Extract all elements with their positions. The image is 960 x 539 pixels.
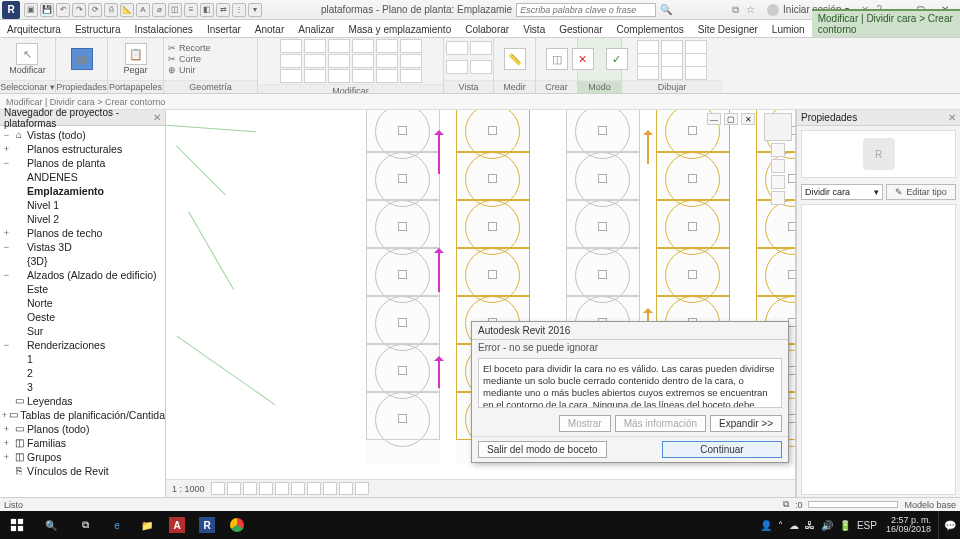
qat-redo-icon[interactable]: ↷ bbox=[72, 3, 86, 17]
project-browser-header[interactable]: Navegador de proyectos - plataformas ✕ bbox=[0, 110, 165, 126]
tab-gestionar[interactable]: Gestionar bbox=[552, 21, 609, 37]
taskbar-autocad[interactable]: A bbox=[162, 511, 192, 539]
modify-tool-14[interactable] bbox=[376, 54, 398, 68]
elevation-marker[interactable] bbox=[438, 250, 440, 292]
modify-tool-5[interactable] bbox=[304, 54, 326, 68]
modify-tool-11[interactable] bbox=[352, 54, 374, 68]
tree-twisty[interactable]: − bbox=[2, 338, 11, 352]
app-logo[interactable]: R bbox=[2, 1, 20, 19]
tab-estructura[interactable]: Estructura bbox=[68, 21, 128, 37]
tab-insertar[interactable]: Insertar bbox=[200, 21, 248, 37]
view-tool-1[interactable] bbox=[446, 41, 468, 55]
dialog-continue-button[interactable]: Continuar bbox=[662, 441, 782, 458]
modify-tool-10[interactable] bbox=[352, 39, 374, 53]
taskbar-revit[interactable]: R bbox=[192, 511, 222, 539]
elevation-marker[interactable] bbox=[438, 358, 440, 388]
qat-dropdown-icon[interactable]: ▾ bbox=[248, 3, 262, 17]
modify-tool-15[interactable] bbox=[376, 69, 398, 83]
tree-node[interactable]: Nivel 2 bbox=[0, 212, 165, 226]
tree-node[interactable]: −Planos de planta bbox=[0, 156, 165, 170]
view-min-icon[interactable]: — bbox=[707, 113, 721, 125]
nav-pan-icon[interactable] bbox=[771, 175, 785, 189]
tree-node[interactable]: {3D} bbox=[0, 254, 165, 268]
draw-circle[interactable] bbox=[661, 40, 683, 54]
modify-tool-12[interactable] bbox=[352, 69, 374, 83]
search-button[interactable]: 🔍 bbox=[34, 511, 68, 539]
draw-pick[interactable] bbox=[685, 53, 707, 67]
subscription-icon[interactable]: ⧉ bbox=[729, 4, 742, 16]
tab-anotar[interactable]: Anotar bbox=[248, 21, 291, 37]
tree-twisty[interactable]: − bbox=[2, 268, 11, 282]
tree-node[interactable]: ANDENES bbox=[0, 170, 165, 184]
qat-text-icon[interactable]: A bbox=[136, 3, 150, 17]
taskbar-explorer[interactable]: 📁 bbox=[132, 511, 162, 539]
modify-tool-17[interactable] bbox=[400, 54, 422, 68]
tab-lumion[interactable]: Lumion bbox=[765, 21, 812, 37]
tree-node[interactable]: 1 bbox=[0, 352, 165, 366]
qat-close-hidden-icon[interactable]: ◧ bbox=[200, 3, 214, 17]
tab-arquitectura[interactable]: Arquitectura bbox=[0, 21, 68, 37]
workset-icon[interactable]: ⧉ bbox=[783, 499, 789, 510]
detail-level-icon[interactable] bbox=[211, 482, 225, 495]
favorite-icon[interactable]: ☆ bbox=[743, 4, 758, 15]
shadows-icon[interactable] bbox=[259, 482, 273, 495]
draw-poly[interactable] bbox=[637, 66, 659, 80]
visual-style-icon[interactable] bbox=[227, 482, 241, 495]
cut-label[interactable]: Corte bbox=[179, 54, 201, 64]
tree-twisty[interactable]: + bbox=[2, 142, 11, 156]
tab-complementos[interactable]: Complementos bbox=[610, 21, 691, 37]
tree-twisty[interactable]: − bbox=[2, 156, 11, 170]
tree-node[interactable]: Este bbox=[0, 282, 165, 296]
rendering-icon[interactable] bbox=[275, 482, 289, 495]
modify-tool-9[interactable] bbox=[328, 69, 350, 83]
qat-section-icon[interactable]: ⌀ bbox=[152, 3, 166, 17]
main-model-label[interactable]: Modelo base bbox=[904, 500, 956, 510]
dialog-expand-button[interactable]: Expandir >> bbox=[710, 415, 782, 432]
crop-view-icon[interactable] bbox=[291, 482, 305, 495]
qat-thinlines-icon[interactable]: ≡ bbox=[184, 3, 198, 17]
modify-tool-3[interactable] bbox=[280, 69, 302, 83]
tree-node[interactable]: −Vistas 3D bbox=[0, 240, 165, 254]
temp-hide-icon[interactable] bbox=[339, 482, 353, 495]
tree-twisty[interactable]: − bbox=[2, 128, 11, 142]
taskbar-clock[interactable]: 2:57 p. m. 16/09/2018 bbox=[883, 516, 934, 534]
help-search-input[interactable] bbox=[516, 3, 656, 17]
modify-tool-18[interactable] bbox=[400, 69, 422, 83]
draw-spline[interactable] bbox=[661, 66, 683, 80]
qat-sync-icon[interactable]: ⟳ bbox=[88, 3, 102, 17]
tree-node[interactable]: ▭Leyendas bbox=[0, 394, 165, 408]
tray-up-icon[interactable]: ˄ bbox=[778, 520, 783, 531]
tray-volume-icon[interactable]: 🔊 bbox=[821, 520, 833, 531]
tree-twisty[interactable]: + bbox=[2, 450, 11, 464]
draw-rect[interactable] bbox=[637, 53, 659, 67]
view-scale[interactable]: 1 : 1000 bbox=[172, 484, 205, 494]
draw-ellipse[interactable] bbox=[685, 40, 707, 54]
qat-print-icon[interactable]: ⎙ bbox=[104, 3, 118, 17]
type-selector[interactable]: Dividir cara▾ bbox=[801, 184, 883, 200]
view-close-icon[interactable]: ✕ bbox=[741, 113, 755, 125]
view-tool-4[interactable] bbox=[470, 60, 492, 74]
tree-twisty[interactable]: + bbox=[2, 226, 11, 240]
tree-node[interactable]: +▭Planos (todo) bbox=[0, 422, 165, 436]
tab-instalaciones[interactable]: Instalaciones bbox=[128, 21, 200, 37]
tree-node[interactable]: Norte bbox=[0, 296, 165, 310]
tree-node[interactable]: Nivel 1 bbox=[0, 198, 165, 212]
join-icon[interactable]: ⊕ bbox=[168, 65, 176, 75]
elevation-marker[interactable] bbox=[647, 132, 649, 164]
tree-node[interactable]: −Renderizaciones bbox=[0, 338, 165, 352]
modify-tool-6[interactable] bbox=[304, 69, 326, 83]
modify-tool-button[interactable]: ↖Modificar bbox=[6, 43, 49, 75]
tray-network-icon[interactable]: 🖧 bbox=[805, 520, 815, 531]
unhide-icon[interactable] bbox=[323, 482, 337, 495]
tab-site-designer[interactable]: Site Designer bbox=[691, 21, 765, 37]
qat-open-icon[interactable]: ▣ bbox=[24, 3, 38, 17]
tree-node[interactable]: +▭Tablas de planificación/Cantidades bbox=[0, 408, 165, 422]
tree-node[interactable]: 2 bbox=[0, 366, 165, 380]
nav-zoom-icon[interactable] bbox=[771, 191, 785, 205]
properties-button[interactable]: ▦ bbox=[66, 48, 98, 70]
tab-analizar[interactable]: Analizar bbox=[291, 21, 341, 37]
analytical-icon[interactable] bbox=[355, 482, 369, 495]
tree-node[interactable]: +◫Grupos bbox=[0, 450, 165, 464]
modify-tool-2[interactable] bbox=[280, 54, 302, 68]
start-button[interactable] bbox=[0, 511, 34, 539]
